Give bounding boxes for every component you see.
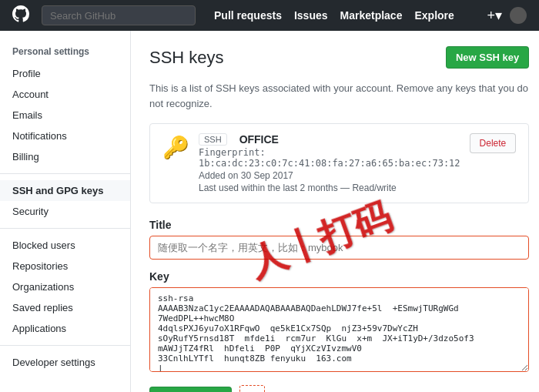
sidebar-item-blocked-users[interactable]: Blocked users: [0, 235, 130, 256]
main-content: SSH keys New SSH key This is a list of S…: [131, 31, 539, 392]
topnav-right: +▾: [487, 7, 527, 24]
sidebar-item-ssh-gpg[interactable]: SSH and GPG keys: [0, 180, 130, 201]
left-arrow-icon: ⬅: [246, 389, 258, 392]
info-text: This is a list of SSH keys associated wi…: [149, 81, 529, 111]
ssh-label-badge: SSH: [199, 133, 227, 146]
github-logo: [12, 5, 29, 25]
sidebar-divider-3: [0, 345, 130, 346]
sidebar-item-saved-replies[interactable]: Saved replies: [0, 297, 130, 318]
delete-ssh-key-button[interactable]: Delete: [470, 133, 517, 153]
sidebar-item-billing[interactable]: Billing: [0, 146, 130, 167]
key-icon: 🔑: [162, 135, 189, 160]
marketplace-link[interactable]: Marketplace: [340, 9, 403, 22]
sidebar-item-account[interactable]: Account: [0, 84, 130, 105]
sidebar-item-profile[interactable]: Profile: [0, 63, 130, 84]
pull-requests-link[interactable]: Pull requests: [214, 9, 282, 22]
sidebar-item-notifications[interactable]: Notifications: [0, 126, 130, 146]
title-label: Title: [149, 219, 529, 231]
ssh-card-name: OFFICE: [239, 133, 279, 146]
sidebar-item-security[interactable]: Security: [0, 201, 130, 222]
page-title: SSH keys: [149, 48, 224, 68]
explore-link[interactable]: Explore: [414, 9, 454, 22]
sidebar: Personal settings Profile Account Emails…: [0, 31, 131, 392]
main-layout: Personal settings Profile Account Emails…: [0, 31, 539, 392]
new-ssh-key-button[interactable]: New SSH key: [446, 46, 529, 69]
sidebar-section-title: Personal settings: [0, 43, 130, 63]
title-form-group: Title: [149, 219, 529, 260]
ssh-last-used: Last used within the last 2 months — Rea…: [199, 183, 460, 193]
ssh-added-date: Added on 30 Sep 2017: [199, 170, 460, 181]
sidebar-divider-2: [0, 228, 130, 229]
key-textarea[interactable]: ssh-rsa AAAAB3NzaC1yc2EAAAADAQABAAABAQDa…: [149, 287, 529, 372]
top-navigation: Pull requests Issues Marketplace Explore…: [0, 0, 539, 31]
ssh-key-card: 🔑 SSH OFFICE Fingerprint: 1b:ca:dc:23:c0…: [149, 123, 529, 203]
plus-icon[interactable]: +▾: [487, 7, 502, 24]
page-header: SSH keys New SSH key: [149, 46, 529, 69]
search-input[interactable]: [42, 5, 196, 25]
add-ssh-row: Add SSH key ⬅: [149, 385, 529, 392]
sidebar-item-emails[interactable]: Emails: [0, 105, 130, 126]
topnav-links: Pull requests Issues Marketplace Explore: [214, 9, 454, 22]
arrow-hint: ⬅: [239, 385, 265, 392]
issues-link[interactable]: Issues: [294, 9, 328, 22]
avatar-icon[interactable]: [510, 7, 527, 24]
key-form-group: Key ssh-rsa AAAAB3NzaC1yc2EAAAADAQABAAAB…: [149, 270, 529, 374]
add-ssh-key-button[interactable]: Add SSH key: [149, 387, 232, 393]
sidebar-item-repositories[interactable]: Repositories: [0, 256, 130, 276]
sidebar-divider: [0, 173, 130, 174]
sidebar-item-developer-settings[interactable]: Developer settings: [0, 352, 130, 373]
sidebar-item-applications[interactable]: Applications: [0, 318, 130, 339]
ssh-fingerprint: Fingerprint: 1b:ca:dc:23:c0:7c:41:08:fa:…: [199, 147, 460, 169]
sidebar-item-organizations[interactable]: Organizations: [0, 276, 130, 297]
title-input[interactable]: [149, 236, 529, 260]
ssh-card-info: SSH OFFICE Fingerprint: 1b:ca:dc:23:c0:7…: [199, 133, 460, 193]
key-label: Key: [149, 270, 529, 283]
